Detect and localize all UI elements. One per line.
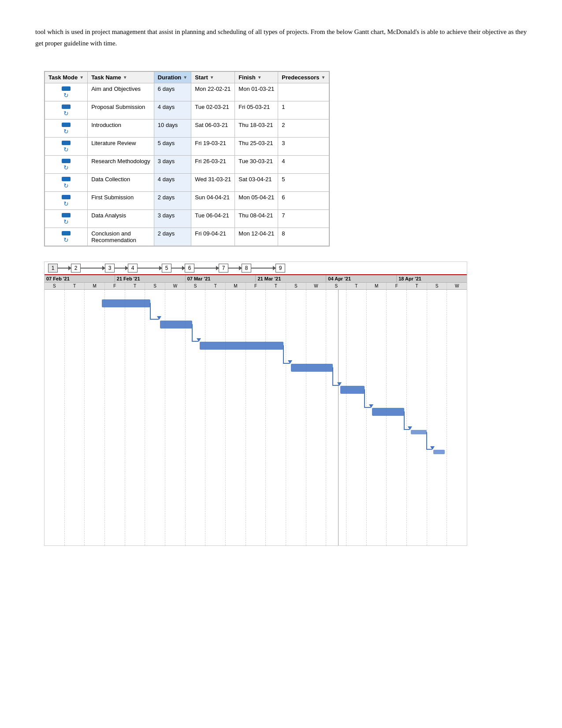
grid-col-9 [226, 290, 246, 545]
gantt-bar-5 [340, 386, 365, 394]
finish-cell-2: Fri 05-03-21 [235, 101, 278, 119]
task-name-cell-1: Aim and Objectives [88, 83, 154, 101]
duration-cell-2: 4 days [154, 101, 191, 119]
duration-cell-7: 2 days [154, 192, 191, 210]
arrow-3-4 [115, 268, 128, 269]
col-task-mode: Task Mode ▼ [45, 72, 88, 83]
task-mode-cell-1: ↻ [45, 83, 88, 101]
task-num-8: 8 [242, 264, 251, 273]
gantt-table-wrapper: Task Mode ▼ Task Name ▼ Duration ▼ [44, 71, 330, 246]
day-cell-11: T [266, 283, 286, 289]
task-num-7-block: 7 [219, 264, 242, 273]
table-row: ↻ Introduction10 daysSat 06-03-21Thu 18-… [45, 119, 329, 138]
task-icon-arrow: ↻ [63, 146, 69, 153]
task-mode-icon: ↻ [62, 159, 71, 171]
task-num-8-block: 8 [242, 264, 275, 273]
task-mode-cell-8: ↻ [45, 210, 88, 228]
day-cell-19: S [427, 283, 447, 289]
date-week-2: 21 Feb '21 [115, 275, 186, 282]
day-cell-13: W [306, 283, 327, 289]
task-mode-icon: ↻ [62, 86, 71, 99]
task-num-1-block: 1 [48, 264, 71, 273]
task-mode-cell-6: ↻ [45, 174, 88, 192]
finish-filter-arrow[interactable]: ▼ [257, 75, 262, 80]
grid-col-11 [266, 290, 286, 545]
day-cell-16: M [367, 283, 387, 289]
task-name-cell-3: Introduction [88, 119, 154, 138]
task-name-cell-9: Conclusion and Recommendation [88, 228, 154, 246]
down-arrow-3 [288, 360, 292, 364]
grid-col-14 [326, 290, 346, 545]
finish-cell-3: Thu 18-03-21 [235, 119, 278, 138]
start-filter-arrow[interactable]: ▼ [210, 75, 214, 80]
task-num-5: 5 [162, 264, 171, 273]
day-header-row: STMFTSWSTMFTSWSTMFTSW [45, 283, 467, 290]
predecessors-cell-3: 2 [278, 119, 329, 138]
start-cell-5: Fri 26-03-21 [191, 156, 235, 174]
task-icon-arrow: ↻ [63, 218, 69, 225]
gantt-bar-8 [433, 450, 445, 454]
task-icon-top [62, 123, 71, 127]
date-week-5: 04 Apr '21 [326, 275, 397, 282]
intro-text: tool which is used in project management… [35, 28, 527, 47]
duration-filter-arrow[interactable]: ▼ [183, 75, 187, 80]
arrow-4-5 [138, 268, 162, 269]
predecessors-filter-arrow[interactable]: ▼ [321, 75, 326, 80]
task-name-cell-4: Literature Review [88, 138, 154, 156]
predecessors-cell-6: 5 [278, 174, 329, 192]
task-num-7: 7 [219, 264, 228, 273]
start-cell-7: Sun 04-04-21 [191, 192, 235, 210]
task-mode-cell-2: ↻ [45, 101, 88, 119]
task-num-4-block: 4 [128, 264, 162, 273]
predecessors-cell-1 [278, 83, 329, 101]
start-header: Start [195, 74, 208, 81]
grid-col-0 [45, 290, 65, 545]
col-finish: Finish ▼ [235, 72, 278, 83]
finish-cell-6: Sat 03-04-21 [235, 174, 278, 192]
start-cell-1: Mon 22-02-21 [191, 83, 235, 101]
task-name-filter-arrow[interactable]: ▼ [123, 75, 127, 80]
task-num-1: 1 [48, 264, 58, 273]
table-row: ↻ Aim and Objectives6 daysMon 22-02-21Mo… [45, 83, 329, 101]
grid-col-10 [246, 290, 266, 545]
col-start: Start ▼ [191, 72, 235, 83]
arrow-1-2 [58, 268, 71, 269]
grid-col-20 [447, 290, 467, 545]
task-num-4: 4 [128, 264, 138, 273]
date-week-3: 07 Mar '21 [186, 275, 256, 282]
task-icon-top [62, 105, 71, 109]
predecessors-cell-8: 7 [278, 210, 329, 228]
task-name-cell-2: Proposal Submission [88, 101, 154, 119]
duration-cell-4: 5 days [154, 138, 191, 156]
gantt-bars-area [45, 290, 467, 545]
day-cell-12: S [286, 283, 306, 289]
task-icon-top [62, 213, 71, 217]
col-task-name: Task Name ▼ [88, 72, 154, 83]
col-duration: Duration ▼ [154, 72, 191, 83]
day-cell-0: S [45, 283, 65, 289]
gantt-bar-2 [160, 321, 192, 329]
day-cell-9: M [226, 283, 246, 289]
gantt-bar-3 [200, 342, 283, 350]
date-week-1: 07 Feb '21 [45, 275, 115, 282]
task-mode-header: Task Mode [48, 74, 78, 81]
start-cell-4: Fri 19-03-21 [191, 138, 235, 156]
down-arrow-4 [337, 382, 342, 386]
task-name-cell-6: Data Collection [88, 174, 154, 192]
task-mode-icon: ↻ [62, 195, 71, 207]
predecessors-cell-9: 8 [278, 228, 329, 246]
day-cell-20: W [447, 283, 467, 289]
task-icon-top [62, 86, 71, 91]
task-icon-arrow: ↻ [63, 200, 69, 207]
gantt-table: Task Mode ▼ Task Name ▼ Duration ▼ [45, 71, 329, 246]
task-name-header: Task Name [91, 74, 121, 81]
grid-col-1 [65, 290, 85, 545]
table-row: ↻ Data Collection4 daysWed 31-03-21Sat 0… [45, 174, 329, 192]
task-num-9-block: 9 [275, 264, 285, 273]
task-mode-cell-7: ↻ [45, 192, 88, 210]
task-mode-filter-arrow[interactable]: ▼ [79, 75, 84, 80]
table-header-row: Task Mode ▼ Task Name ▼ Duration ▼ [45, 72, 329, 83]
down-arrow-1 [157, 316, 161, 320]
table-row: ↻ Data Analysis3 daysTue 06-04-21Thu 08-… [45, 210, 329, 228]
task-mode-cell-9: ↻ [45, 228, 88, 246]
